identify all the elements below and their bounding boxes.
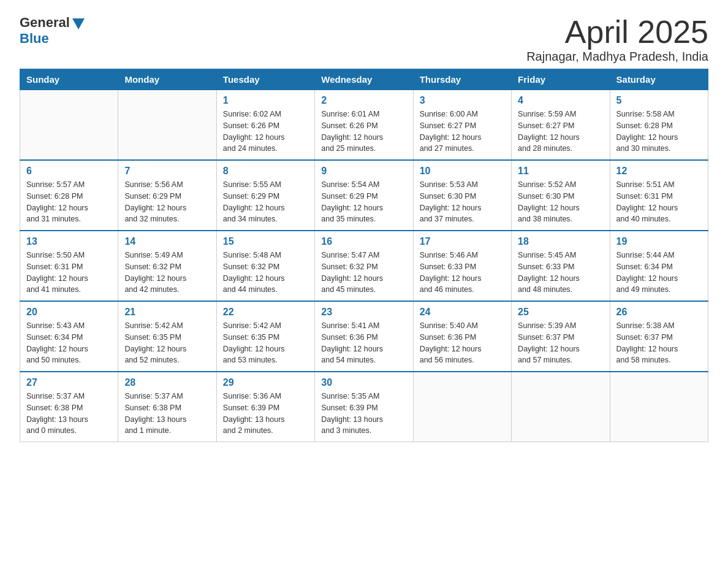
day-number: 26 xyxy=(616,307,702,318)
calendar-cell: 22Sunrise: 5:42 AMSunset: 6:35 PMDayligh… xyxy=(216,301,314,372)
logo: General Blue xyxy=(20,15,85,47)
calendar-cell xyxy=(413,372,511,442)
day-number: 5 xyxy=(616,95,702,106)
calendar-week-row: 20Sunrise: 5:43 AMSunset: 6:34 PMDayligh… xyxy=(20,301,708,372)
calendar-cell: 12Sunrise: 5:51 AMSunset: 6:31 PMDayligh… xyxy=(610,160,708,231)
calendar-cell: 4Sunrise: 5:59 AMSunset: 6:27 PMDaylight… xyxy=(512,90,610,161)
day-number: 11 xyxy=(518,166,603,177)
day-info: Sunrise: 5:52 AMSunset: 6:30 PMDaylight:… xyxy=(518,179,603,225)
day-number: 30 xyxy=(321,377,406,388)
day-info: Sunrise: 5:57 AMSunset: 6:28 PMDaylight:… xyxy=(26,179,112,225)
calendar-cell xyxy=(20,90,118,161)
day-info: Sunrise: 5:42 AMSunset: 6:35 PMDaylight:… xyxy=(124,320,210,366)
day-number: 15 xyxy=(223,236,308,247)
day-number: 20 xyxy=(26,307,112,318)
day-info: Sunrise: 5:54 AMSunset: 6:29 PMDaylight:… xyxy=(321,179,406,225)
day-info: Sunrise: 5:59 AMSunset: 6:27 PMDaylight:… xyxy=(518,109,603,155)
calendar-cell: 24Sunrise: 5:40 AMSunset: 6:36 PMDayligh… xyxy=(413,301,511,372)
calendar-header-row: SundayMondayTuesdayWednesdayThursdayFrid… xyxy=(20,69,708,90)
day-number: 2 xyxy=(321,95,406,106)
day-info: Sunrise: 5:37 AMSunset: 6:38 PMDaylight:… xyxy=(26,391,112,437)
day-number: 24 xyxy=(420,307,505,318)
title-block: April 2025 Rajnagar, Madhya Pradesh, Ind… xyxy=(526,15,708,64)
calendar-cell: 29Sunrise: 5:36 AMSunset: 6:39 PMDayligh… xyxy=(216,372,314,442)
calendar-cell: 25Sunrise: 5:39 AMSunset: 6:37 PMDayligh… xyxy=(512,301,610,372)
day-info: Sunrise: 5:41 AMSunset: 6:36 PMDaylight:… xyxy=(321,320,406,366)
calendar-week-row: 27Sunrise: 5:37 AMSunset: 6:38 PMDayligh… xyxy=(20,372,708,442)
day-number: 6 xyxy=(26,166,112,177)
day-info: Sunrise: 5:46 AMSunset: 6:33 PMDaylight:… xyxy=(420,250,505,296)
calendar-cell: 7Sunrise: 5:56 AMSunset: 6:29 PMDaylight… xyxy=(118,160,216,231)
day-number: 7 xyxy=(124,166,210,177)
calendar-cell: 19Sunrise: 5:44 AMSunset: 6:34 PMDayligh… xyxy=(610,231,708,301)
calendar-cell: 6Sunrise: 5:57 AMSunset: 6:28 PMDaylight… xyxy=(20,160,118,231)
calendar-cell: 13Sunrise: 5:50 AMSunset: 6:31 PMDayligh… xyxy=(20,231,118,301)
calendar-cell xyxy=(610,372,708,442)
calendar-cell: 17Sunrise: 5:46 AMSunset: 6:33 PMDayligh… xyxy=(413,231,511,301)
day-info: Sunrise: 5:50 AMSunset: 6:31 PMDaylight:… xyxy=(26,250,112,296)
day-info: Sunrise: 6:01 AMSunset: 6:26 PMDaylight:… xyxy=(321,109,406,155)
day-info: Sunrise: 5:51 AMSunset: 6:31 PMDaylight:… xyxy=(616,179,702,225)
calendar-week-row: 6Sunrise: 5:57 AMSunset: 6:28 PMDaylight… xyxy=(20,160,708,231)
day-info: Sunrise: 5:53 AMSunset: 6:30 PMDaylight:… xyxy=(420,179,505,225)
day-info: Sunrise: 5:56 AMSunset: 6:29 PMDaylight:… xyxy=(124,179,210,225)
calendar-cell: 15Sunrise: 5:48 AMSunset: 6:32 PMDayligh… xyxy=(216,231,314,301)
weekday-header-monday: Monday xyxy=(118,69,216,90)
calendar-cell xyxy=(512,372,610,442)
day-number: 3 xyxy=(420,95,505,106)
day-info: Sunrise: 5:45 AMSunset: 6:33 PMDaylight:… xyxy=(518,250,603,296)
calendar-cell: 3Sunrise: 6:00 AMSunset: 6:27 PMDaylight… xyxy=(413,90,511,161)
day-info: Sunrise: 5:44 AMSunset: 6:34 PMDaylight:… xyxy=(616,250,702,296)
page-title: April 2025 xyxy=(526,15,708,50)
day-info: Sunrise: 5:58 AMSunset: 6:28 PMDaylight:… xyxy=(616,109,702,155)
calendar-cell: 11Sunrise: 5:52 AMSunset: 6:30 PMDayligh… xyxy=(512,160,610,231)
calendar-cell: 26Sunrise: 5:38 AMSunset: 6:37 PMDayligh… xyxy=(610,301,708,372)
day-number: 19 xyxy=(616,236,702,247)
day-number: 10 xyxy=(420,166,505,177)
day-info: Sunrise: 5:47 AMSunset: 6:32 PMDaylight:… xyxy=(321,250,406,296)
day-info: Sunrise: 6:02 AMSunset: 6:26 PMDaylight:… xyxy=(223,109,308,155)
day-info: Sunrise: 5:37 AMSunset: 6:38 PMDaylight:… xyxy=(124,391,210,437)
calendar-cell: 28Sunrise: 5:37 AMSunset: 6:38 PMDayligh… xyxy=(118,372,216,442)
day-number: 1 xyxy=(223,95,308,106)
weekday-header-wednesday: Wednesday xyxy=(315,69,413,90)
page-header: General Blue April 2025 Rajnagar, Madhya… xyxy=(20,15,708,64)
weekday-header-tuesday: Tuesday xyxy=(216,69,314,90)
logo-general-text: General xyxy=(20,15,70,31)
day-info: Sunrise: 5:48 AMSunset: 6:32 PMDaylight:… xyxy=(223,250,308,296)
day-number: 21 xyxy=(124,307,210,318)
day-number: 12 xyxy=(616,166,702,177)
calendar-cell: 18Sunrise: 5:45 AMSunset: 6:33 PMDayligh… xyxy=(512,231,610,301)
calendar-cell: 2Sunrise: 6:01 AMSunset: 6:26 PMDaylight… xyxy=(315,90,413,161)
day-info: Sunrise: 5:40 AMSunset: 6:36 PMDaylight:… xyxy=(420,320,505,366)
page-subtitle: Rajnagar, Madhya Pradesh, India xyxy=(526,50,708,64)
day-number: 8 xyxy=(223,166,308,177)
calendar-cell: 16Sunrise: 5:47 AMSunset: 6:32 PMDayligh… xyxy=(315,231,413,301)
day-number: 14 xyxy=(124,236,210,247)
weekday-header-thursday: Thursday xyxy=(413,69,511,90)
calendar-cell: 23Sunrise: 5:41 AMSunset: 6:36 PMDayligh… xyxy=(315,301,413,372)
calendar-cell: 8Sunrise: 5:55 AMSunset: 6:29 PMDaylight… xyxy=(216,160,314,231)
day-info: Sunrise: 5:49 AMSunset: 6:32 PMDaylight:… xyxy=(124,250,210,296)
calendar-week-row: 1Sunrise: 6:02 AMSunset: 6:26 PMDaylight… xyxy=(20,90,708,161)
calendar-cell: 10Sunrise: 5:53 AMSunset: 6:30 PMDayligh… xyxy=(413,160,511,231)
calendar-cell: 14Sunrise: 5:49 AMSunset: 6:32 PMDayligh… xyxy=(118,231,216,301)
calendar-table: SundayMondayTuesdayWednesdayThursdayFrid… xyxy=(20,69,708,442)
day-info: Sunrise: 5:35 AMSunset: 6:39 PMDaylight:… xyxy=(321,391,406,437)
weekday-header-friday: Friday xyxy=(512,69,610,90)
day-number: 29 xyxy=(223,377,308,388)
calendar-cell: 9Sunrise: 5:54 AMSunset: 6:29 PMDaylight… xyxy=(315,160,413,231)
day-number: 16 xyxy=(321,236,406,247)
day-number: 27 xyxy=(26,377,112,388)
day-number: 9 xyxy=(321,166,406,177)
day-number: 13 xyxy=(26,236,112,247)
day-number: 17 xyxy=(420,236,505,247)
day-info: Sunrise: 5:43 AMSunset: 6:34 PMDaylight:… xyxy=(26,320,112,366)
calendar-cell: 27Sunrise: 5:37 AMSunset: 6:38 PMDayligh… xyxy=(20,372,118,442)
day-number: 22 xyxy=(223,307,308,318)
calendar-cell: 20Sunrise: 5:43 AMSunset: 6:34 PMDayligh… xyxy=(20,301,118,372)
calendar-cell xyxy=(118,90,216,161)
day-info: Sunrise: 5:39 AMSunset: 6:37 PMDaylight:… xyxy=(518,320,603,366)
weekday-header-saturday: Saturday xyxy=(610,69,708,90)
day-number: 4 xyxy=(518,95,603,106)
